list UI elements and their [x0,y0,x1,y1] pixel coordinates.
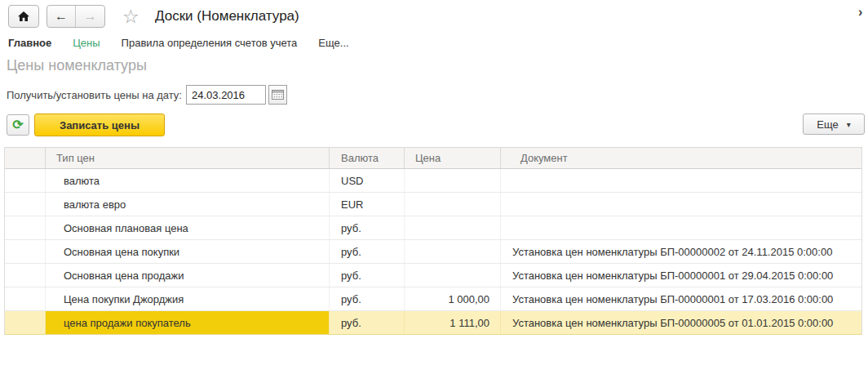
currency-cell: USD [330,169,405,192]
currency-cell: руб. [330,240,405,263]
more-button-label: Еще [817,118,838,131]
price-cell [405,216,501,239]
price-type-cell: Основная цена продажи [46,264,330,287]
row-selector-cell [5,240,46,263]
header-selector [5,148,46,168]
price-type-cell: цена продажи покупатель [46,311,330,334]
header-document[interactable]: Документ [501,148,861,168]
document-cell [501,169,861,192]
table-row[interactable]: цена продажи покупательруб.1 111,00Устан… [5,311,861,335]
document-cell: Установка цен номенклатуры БП-00000001 о… [501,264,861,287]
price-cell: 1 000,00 [405,287,501,310]
currency-cell: руб. [330,264,405,287]
row-selector-cell [5,169,46,192]
price-cell [405,169,501,192]
table-row[interactable]: валюта евроEUR [5,193,861,216]
price-table: Тип цен Валюта Цена Документ валютаUSDва… [4,147,862,335]
document-cell: Установка цен номенклатуры БП-00000005 о… [501,311,861,334]
price-type-cell: валюта [46,169,330,192]
price-type-cell: Основная цена покупки [46,240,330,263]
calendar-icon [272,90,284,100]
document-cell [501,193,861,216]
price-cell [405,193,501,216]
more-button[interactable]: Еще ▾ [803,114,865,135]
currency-cell: EUR [330,193,405,216]
table-row[interactable]: Основная цена покупкируб.Установка цен н… [5,240,861,264]
favorite-star-icon[interactable]: ☆ [122,5,140,28]
row-selector-cell [5,311,46,334]
document-cell [501,216,861,239]
chevron-down-icon: ▾ [847,120,851,129]
price-cell [405,240,501,263]
price-cell [405,264,501,287]
currency-cell: руб. [330,311,405,334]
top-bar: ← → ☆ Доски (Номенклатура) › [0,0,868,33]
save-prices-button[interactable]: Записать цены [34,114,165,136]
refresh-icon: ⟳ [12,118,23,131]
price-type-cell: Основная плановая цена [46,216,330,239]
currency-cell: руб. [330,287,405,310]
price-type-cell: Цена покупки Джорджия [46,287,330,310]
forward-button[interactable]: → [76,6,104,27]
panel-collapse-chevron-icon[interactable]: › [858,5,862,20]
window-title: Доски (Номенклатура) [155,8,299,24]
page-title: Цены номенклатуры [7,57,147,74]
refresh-button[interactable]: ⟳ [7,114,29,136]
table-row[interactable]: валютаUSD [5,169,861,193]
tab-pravila-scheta[interactable]: Правила определения счетов учета [122,37,298,49]
date-label: Получить/установить цены на дату: [7,89,182,101]
row-selector-cell [5,216,46,239]
price-table-header: Тип цен Валюта Цена Документ [5,147,861,169]
row-selector-cell [5,264,46,287]
tab-glavnoe[interactable]: Главное [8,37,51,49]
price-type-cell: валюта евро [46,193,330,216]
form-tabs: Главное Цены Правила определения счетов … [8,37,349,49]
row-selector-cell [5,287,46,310]
currency-cell: руб. [330,216,405,239]
home-icon [17,11,30,22]
tab-tseny[interactable]: Цены [73,37,100,49]
document-cell: Установка цен номенклатуры БП-00000001 о… [501,287,861,310]
date-input[interactable] [186,85,266,105]
price-cell: 1 111,00 [405,311,501,334]
row-selector-cell [5,193,46,216]
home-button[interactable] [8,5,39,28]
table-row[interactable]: Основная цена продажируб.Установка цен н… [5,264,861,287]
price-table-rows: валютаUSDвалюта евроEURОсновная плановая… [5,169,861,335]
header-price-type[interactable]: Тип цен [46,148,330,168]
header-currency[interactable]: Валюта [330,148,405,168]
calendar-button[interactable] [268,85,287,105]
back-button[interactable]: ← [47,6,76,27]
document-cell: Установка цен номенклатуры БП-00000002 о… [501,240,861,263]
tab-more[interactable]: Еще... [318,37,348,49]
header-price[interactable]: Цена [405,148,501,168]
table-row[interactable]: Цена покупки Джорджияруб.1 000,00Установ… [5,287,861,311]
history-nav-group: ← → [46,5,105,28]
table-row[interactable]: Основная плановая ценаруб. [5,216,861,240]
